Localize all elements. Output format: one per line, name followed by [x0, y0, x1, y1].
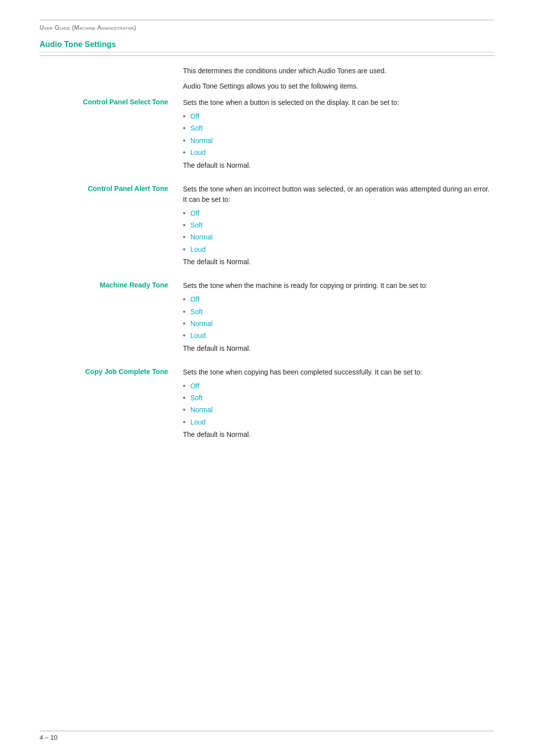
option-item: Soft	[183, 123, 494, 134]
top-rule	[40, 20, 494, 20]
option-text: Normal	[190, 404, 213, 415]
options-list-control-panel-alert-tone: OffSoftNormalLoud	[183, 208, 494, 255]
option-text: Loud	[190, 147, 206, 158]
setting-row-copy-job-complete-tone: Copy Job Complete ToneSets the tone when…	[40, 366, 494, 448]
default-text-copy-job-complete-tone: The default is Normal.	[183, 430, 494, 438]
option-item: Off	[183, 380, 494, 391]
breadcrumb: User Guide (Machine Administrator)	[40, 24, 494, 31]
option-text: Soft	[190, 306, 203, 317]
option-text: Normal	[190, 318, 213, 329]
options-list-control-panel-select-tone: OffSoftNormalLoud	[183, 111, 494, 158]
options-list-machine-ready-tone: OffSoftNormalLoud	[183, 294, 494, 341]
intro-line1: This determines the conditions under whi…	[183, 66, 494, 76]
option-text: Loud	[190, 244, 206, 255]
option-text: Off	[190, 208, 199, 219]
option-item: Loud	[183, 417, 494, 427]
option-item: Off	[183, 111, 494, 122]
option-text: Loud	[190, 330, 206, 341]
option-text: Loud	[190, 417, 206, 427]
default-text-machine-ready-tone: The default is Normal.	[183, 344, 494, 352]
desc-control-panel-select-tone: Sets the tone when a button is selected …	[183, 97, 494, 108]
page: User Guide (Machine Administrator) Audio…	[0, 0, 534, 756]
option-text: Off	[190, 111, 199, 122]
option-text: Off	[190, 380, 199, 391]
option-item: Loud	[183, 147, 494, 158]
option-text: Normal	[190, 232, 213, 242]
intro-line2: Audio Tone Settings allows you to set th…	[183, 81, 494, 92]
option-item: Off	[183, 208, 494, 219]
option-item: Soft	[183, 220, 494, 231]
option-item: Loud	[183, 244, 494, 255]
setting-row-machine-ready-tone: Machine Ready ToneSets the tone when the…	[40, 280, 494, 361]
option-item: Normal	[183, 232, 494, 242]
desc-control-panel-alert-tone: Sets the tone when an incorrect button w…	[183, 184, 494, 205]
option-text: Soft	[190, 220, 203, 231]
section-rule	[40, 55, 494, 56]
option-text: Off	[190, 294, 199, 305]
option-item: Soft	[183, 392, 494, 403]
setting-row-control-panel-select-tone: Control Panel Select ToneSets the tone w…	[40, 96, 494, 178]
option-text: Soft	[190, 123, 203, 134]
option-item: Soft	[183, 306, 494, 317]
breadcrumb-text: User Guide (Machine Administrator)	[40, 24, 136, 31]
option-item: Off	[183, 294, 494, 305]
default-text-control-panel-alert-tone: The default is Normal.	[183, 258, 494, 266]
default-text-control-panel-select-tone: The default is Normal.	[183, 161, 494, 169]
option-item: Normal	[183, 318, 494, 329]
setting-row-control-panel-alert-tone: Control Panel Alert ToneSets the tone wh…	[40, 183, 494, 275]
spacer-row	[40, 178, 494, 183]
option-item: Normal	[183, 135, 494, 146]
option-text: Normal	[190, 135, 213, 146]
option-item: Normal	[183, 404, 494, 415]
footer-rule	[40, 731, 494, 731]
page-number: 4 – 10	[40, 734, 57, 741]
spacer-row	[40, 275, 494, 280]
option-text: Soft	[190, 392, 203, 403]
term-label-control-panel-alert-tone: Control Panel Alert Tone	[88, 185, 168, 192]
term-label-copy-job-complete-tone: Copy Job Complete Tone	[85, 368, 168, 376]
option-item: Loud	[183, 330, 494, 341]
section-title: Audio Tone Settings	[40, 40, 494, 52]
settings-table: Control Panel Select ToneSets the tone w…	[40, 96, 494, 447]
options-list-copy-job-complete-tone: OffSoftNormalLoud	[183, 380, 494, 428]
spacer-row	[40, 361, 494, 366]
desc-machine-ready-tone: Sets the tone when the machine is ready …	[183, 281, 494, 291]
desc-copy-job-complete-tone: Sets the tone when copying has been comp…	[183, 367, 494, 378]
term-label-machine-ready-tone: Machine Ready Tone	[100, 281, 168, 289]
term-label-control-panel-select-tone: Control Panel Select Tone	[83, 98, 168, 106]
